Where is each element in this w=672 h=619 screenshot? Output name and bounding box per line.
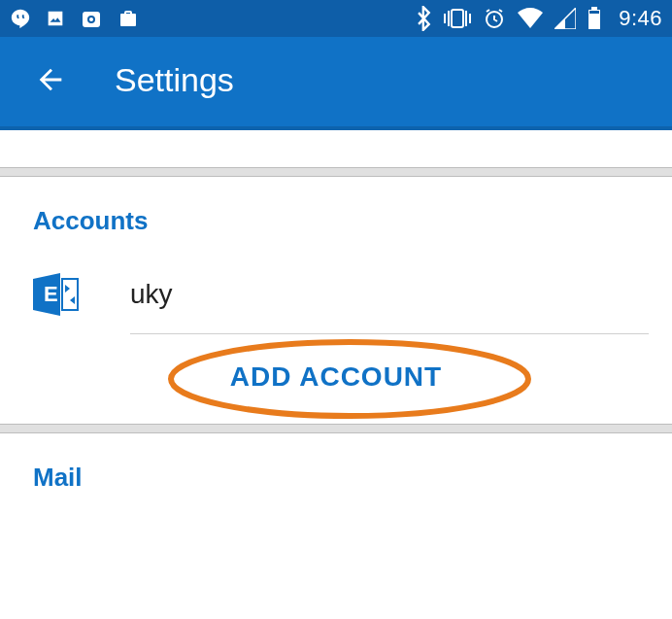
bluetooth-icon bbox=[417, 6, 432, 31]
row-divider bbox=[130, 333, 649, 334]
svg-text:E: E bbox=[44, 282, 58, 306]
android-status-bar: 9:46 bbox=[0, 0, 672, 37]
add-account-row: ADD ACCOUNT bbox=[0, 354, 672, 400]
hangouts-icon bbox=[10, 8, 31, 29]
back-button[interactable] bbox=[29, 58, 72, 101]
accounts-section-header: Accounts bbox=[0, 177, 672, 263]
picture-icon bbox=[45, 8, 66, 29]
app-bar: Settings bbox=[0, 37, 672, 130]
camera-icon bbox=[80, 7, 103, 30]
page-title: Settings bbox=[115, 61, 234, 99]
mail-section-header: Mail bbox=[0, 433, 672, 520]
alarm-icon bbox=[483, 7, 506, 30]
briefcase-check-icon bbox=[117, 7, 140, 30]
svg-rect-6 bbox=[591, 7, 597, 10]
account-row-uky[interactable]: E uky bbox=[0, 263, 672, 333]
section-divider bbox=[0, 424, 672, 433]
exchange-icon: E bbox=[33, 273, 87, 316]
svg-point-2 bbox=[89, 17, 93, 21]
vibrate-icon bbox=[444, 8, 471, 29]
spacer bbox=[0, 130, 672, 167]
back-arrow-icon bbox=[34, 63, 67, 96]
section-divider bbox=[0, 167, 672, 177]
add-account-button[interactable]: ADD ACCOUNT bbox=[201, 354, 471, 400]
svg-rect-3 bbox=[452, 10, 463, 27]
cell-signal-icon bbox=[554, 8, 576, 29]
svg-rect-7 bbox=[589, 11, 599, 14]
battery-icon bbox=[588, 7, 601, 30]
status-clock: 9:46 bbox=[619, 6, 662, 31]
wifi-icon bbox=[518, 8, 543, 29]
account-name: uky bbox=[130, 279, 173, 310]
svg-rect-9 bbox=[62, 279, 78, 310]
